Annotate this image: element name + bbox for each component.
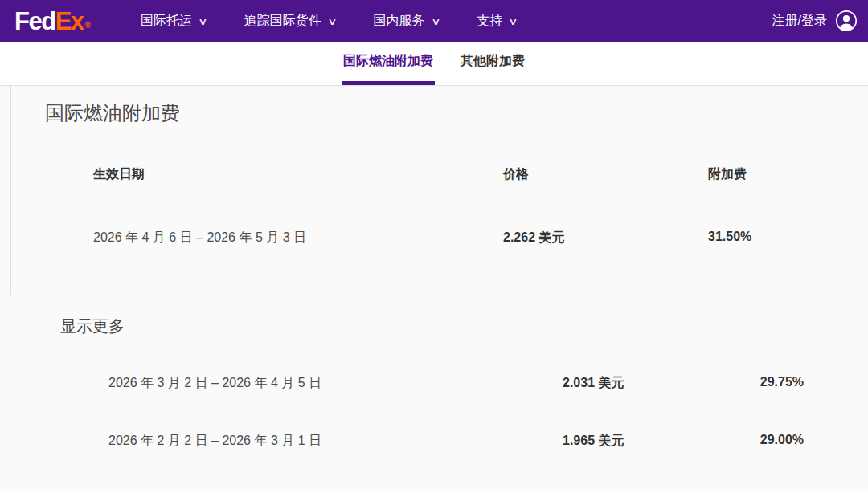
logo-ex-text: Ex xyxy=(55,9,84,34)
nav-item-label: 国际托运 xyxy=(141,13,192,30)
col-header-price: 价格 xyxy=(503,166,708,183)
surcharge-value: 31.50% xyxy=(708,230,868,247)
fuel-surcharge-panel: 国际燃油附加费 生效日期 价格 附加费 2026 年 4 月 6 日 – 202… xyxy=(10,86,868,295)
tab-other-surcharges[interactable]: 其他附加费 xyxy=(459,42,526,85)
nav-item-support[interactable]: 支持 ∨ xyxy=(477,13,517,30)
registered-trademark-icon: ® xyxy=(85,22,91,30)
chevron-down-icon: ∨ xyxy=(431,16,440,27)
col-header-surcharge: 附加费 xyxy=(708,166,868,183)
top-nav-bar: Fed Ex ® 国际托运 ∨ 追踪国际货件 ∨ 国内服务 ∨ 支持 ∨ 注册/… xyxy=(0,0,868,42)
effective-date-value: 2026 年 3 月 2 日 – 2026 年 4 月 5 日 xyxy=(108,375,563,392)
tab-international-fuel-surcharge[interactable]: 国际燃油附加费 xyxy=(342,42,435,85)
primary-nav: 国际托运 ∨ 追踪国际货件 ∨ 国内服务 ∨ 支持 ∨ xyxy=(141,13,517,30)
show-more-section: 显示更多 2026 年 3 月 2 日 – 2026 年 4 月 5 日 2.0… xyxy=(0,295,868,450)
tab-bar: 国际燃油附加费 其他附加费 xyxy=(0,42,868,86)
chevron-down-icon: ∨ xyxy=(509,16,518,27)
table-header-row: 生效日期 价格 附加费 xyxy=(11,166,868,183)
logo-fed-text: Fed xyxy=(14,9,55,34)
nav-item-international-shipping[interactable]: 国际托运 ∨ xyxy=(141,13,207,30)
header-right: 注册/登录 xyxy=(772,9,868,33)
login-register-link[interactable]: 注册/登录 xyxy=(772,13,827,30)
price-value: 2.262 美元 xyxy=(503,230,708,247)
price-value: 1.965 美元 xyxy=(563,433,755,450)
table-row: 2026 年 3 月 2 日 – 2026 年 4 月 5 日 2.031 美元… xyxy=(10,375,868,392)
nav-item-domestic-services[interactable]: 国内服务 ∨ xyxy=(374,13,440,30)
main-content: 国际燃油附加费 生效日期 价格 附加费 2026 年 4 月 6 日 – 202… xyxy=(0,86,868,489)
effective-date-value: 2026 年 4 月 6 日 – 2026 年 5 月 3 日 xyxy=(93,230,503,247)
nav-item-label: 支持 xyxy=(477,13,502,30)
table-row: 2026 年 2 月 2 日 – 2026 年 3 月 1 日 1.965 美元… xyxy=(10,433,868,450)
surcharge-value: 29.00% xyxy=(755,433,804,450)
chevron-down-icon: ∨ xyxy=(327,16,337,27)
page-title: 国际燃油附加费 xyxy=(45,100,868,126)
effective-date-value: 2026 年 2 月 2 日 – 2026 年 3 月 1 日 xyxy=(108,433,563,450)
nav-item-label: 追踪国际货件 xyxy=(244,13,321,30)
col-header-effective-date: 生效日期 xyxy=(93,166,503,183)
show-more-button[interactable]: 显示更多 xyxy=(60,316,125,337)
table-row: 2026 年 4 月 6 日 – 2026 年 5 月 3 日 2.262 美元… xyxy=(11,230,868,247)
nav-item-track-international[interactable]: 追踪国际货件 ∨ xyxy=(244,13,336,30)
chevron-down-icon: ∨ xyxy=(198,16,207,27)
surcharge-value: 29.75% xyxy=(755,375,804,392)
nav-item-label: 国内服务 xyxy=(374,13,425,30)
fedex-logo[interactable]: Fed Ex ® xyxy=(14,9,91,34)
price-value: 2.031 美元 xyxy=(563,375,755,392)
user-icon[interactable] xyxy=(834,9,858,33)
